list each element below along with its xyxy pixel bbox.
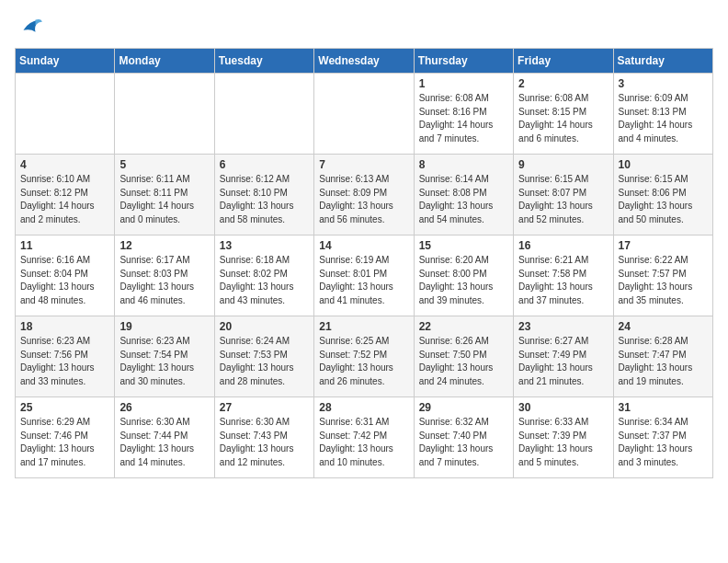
day-number: 9: [518, 158, 608, 171]
calendar-cell: 22Sunrise: 6:26 AM Sunset: 7:50 PM Dayli…: [414, 316, 513, 397]
day-number: 22: [419, 320, 508, 333]
day-number: 13: [220, 239, 309, 252]
calendar-cell: 30Sunrise: 6:33 AM Sunset: 7:39 PM Dayli…: [514, 397, 613, 478]
day-number: 1: [419, 77, 508, 90]
day-info: Sunrise: 6:28 AM Sunset: 7:47 PM Dayligh…: [619, 335, 708, 388]
day-number: 15: [419, 239, 508, 252]
calendar-cell: 26Sunrise: 6:30 AM Sunset: 7:44 PM Dayli…: [115, 397, 214, 478]
day-info: Sunrise: 6:30 AM Sunset: 7:44 PM Dayligh…: [119, 416, 209, 469]
day-info: Sunrise: 6:08 AM Sunset: 8:15 PM Dayligh…: [518, 92, 608, 145]
calendar-cell: [115, 74, 214, 155]
day-info: Sunrise: 6:16 AM Sunset: 8:04 PM Dayligh…: [20, 254, 109, 307]
day-number: 28: [319, 401, 408, 414]
logo: [15, 15, 42, 40]
day-number: 17: [619, 239, 708, 252]
day-number: 14: [319, 239, 408, 252]
day-number: 8: [419, 158, 508, 171]
day-info: Sunrise: 6:34 AM Sunset: 7:37 PM Dayligh…: [619, 416, 708, 469]
calendar-cell: [16, 74, 115, 155]
day-number: 21: [319, 320, 408, 333]
day-info: Sunrise: 6:11 AM Sunset: 8:11 PM Dayligh…: [119, 173, 209, 226]
day-info: Sunrise: 6:26 AM Sunset: 7:50 PM Dayligh…: [419, 335, 508, 388]
calendar-cell: 7Sunrise: 6:13 AM Sunset: 8:09 PM Daylig…: [314, 155, 414, 236]
day-number: 2: [518, 77, 608, 90]
calendar-cell: 28Sunrise: 6:31 AM Sunset: 7:42 PM Dayli…: [314, 397, 414, 478]
day-number: 19: [119, 320, 209, 333]
page-header: [15, 15, 713, 40]
calendar-week-row: 18Sunrise: 6:23 AM Sunset: 7:56 PM Dayli…: [16, 316, 713, 397]
day-info: Sunrise: 6:27 AM Sunset: 7:49 PM Dayligh…: [518, 335, 608, 388]
calendar-cell: 24Sunrise: 6:28 AM Sunset: 7:47 PM Dayli…: [613, 316, 712, 397]
day-info: Sunrise: 6:23 AM Sunset: 7:54 PM Dayligh…: [119, 335, 209, 388]
day-number: 10: [619, 158, 708, 171]
day-info: Sunrise: 6:21 AM Sunset: 7:58 PM Dayligh…: [518, 254, 608, 307]
day-number: 29: [419, 401, 508, 414]
day-info: Sunrise: 6:24 AM Sunset: 7:53 PM Dayligh…: [220, 335, 309, 388]
day-info: Sunrise: 6:17 AM Sunset: 8:03 PM Dayligh…: [119, 254, 209, 307]
calendar-week-row: 11Sunrise: 6:16 AM Sunset: 8:04 PM Dayli…: [16, 236, 713, 316]
day-number: 3: [619, 77, 708, 90]
day-number: 26: [119, 401, 209, 414]
day-number: 24: [619, 320, 708, 333]
calendar-week-row: 4Sunrise: 6:10 AM Sunset: 8:12 PM Daylig…: [16, 155, 713, 236]
day-info: Sunrise: 6:15 AM Sunset: 8:07 PM Dayligh…: [518, 173, 608, 226]
calendar-cell: [314, 74, 414, 155]
day-number: 23: [518, 320, 608, 333]
calendar-cell: 21Sunrise: 6:25 AM Sunset: 7:52 PM Dayli…: [314, 316, 414, 397]
calendar-cell: [214, 74, 313, 155]
day-info: Sunrise: 6:22 AM Sunset: 7:57 PM Dayligh…: [619, 254, 708, 307]
calendar-cell: 19Sunrise: 6:23 AM Sunset: 7:54 PM Dayli…: [115, 316, 214, 397]
day-number: 11: [20, 239, 109, 252]
day-info: Sunrise: 6:31 AM Sunset: 7:42 PM Dayligh…: [319, 416, 408, 469]
calendar-cell: 25Sunrise: 6:29 AM Sunset: 7:46 PM Dayli…: [16, 397, 115, 478]
calendar-cell: 15Sunrise: 6:20 AM Sunset: 8:00 PM Dayli…: [414, 236, 513, 316]
column-header-wednesday: Wednesday: [314, 49, 414, 74]
day-info: Sunrise: 6:10 AM Sunset: 8:12 PM Dayligh…: [20, 173, 109, 226]
calendar-cell: 4Sunrise: 6:10 AM Sunset: 8:12 PM Daylig…: [16, 155, 115, 236]
calendar-header-row: SundayMondayTuesdayWednesdayThursdayFrid…: [16, 49, 713, 74]
calendar-cell: 1Sunrise: 6:08 AM Sunset: 8:16 PM Daylig…: [414, 74, 513, 155]
day-info: Sunrise: 6:15 AM Sunset: 8:06 PM Dayligh…: [619, 173, 708, 226]
calendar-cell: 14Sunrise: 6:19 AM Sunset: 8:01 PM Dayli…: [314, 236, 414, 316]
day-info: Sunrise: 6:13 AM Sunset: 8:09 PM Dayligh…: [319, 173, 408, 226]
day-info: Sunrise: 6:20 AM Sunset: 8:00 PM Dayligh…: [419, 254, 508, 307]
day-info: Sunrise: 6:33 AM Sunset: 7:39 PM Dayligh…: [518, 416, 608, 469]
day-number: 7: [319, 158, 408, 171]
day-info: Sunrise: 6:23 AM Sunset: 7:56 PM Dayligh…: [20, 335, 109, 388]
day-number: 16: [518, 239, 608, 252]
day-number: 4: [20, 158, 109, 171]
calendar-cell: 3Sunrise: 6:09 AM Sunset: 8:13 PM Daylig…: [613, 74, 712, 155]
logo-bird-icon: [17, 15, 42, 40]
day-info: Sunrise: 6:29 AM Sunset: 7:46 PM Dayligh…: [20, 416, 109, 469]
day-info: Sunrise: 6:30 AM Sunset: 7:43 PM Dayligh…: [220, 416, 309, 469]
day-number: 5: [119, 158, 209, 171]
calendar-cell: 17Sunrise: 6:22 AM Sunset: 7:57 PM Dayli…: [613, 236, 712, 316]
calendar-week-row: 25Sunrise: 6:29 AM Sunset: 7:46 PM Dayli…: [16, 397, 713, 478]
day-info: Sunrise: 6:12 AM Sunset: 8:10 PM Dayligh…: [220, 173, 309, 226]
calendar-cell: 9Sunrise: 6:15 AM Sunset: 8:07 PM Daylig…: [514, 155, 613, 236]
calendar-cell: 18Sunrise: 6:23 AM Sunset: 7:56 PM Dayli…: [16, 316, 115, 397]
day-info: Sunrise: 6:09 AM Sunset: 8:13 PM Dayligh…: [619, 92, 708, 145]
calendar-cell: 8Sunrise: 6:14 AM Sunset: 8:08 PM Daylig…: [414, 155, 513, 236]
calendar-cell: 23Sunrise: 6:27 AM Sunset: 7:49 PM Dayli…: [514, 316, 613, 397]
calendar-week-row: 1Sunrise: 6:08 AM Sunset: 8:16 PM Daylig…: [16, 74, 713, 155]
day-info: Sunrise: 6:25 AM Sunset: 7:52 PM Dayligh…: [319, 335, 408, 388]
day-info: Sunrise: 6:14 AM Sunset: 8:08 PM Dayligh…: [419, 173, 508, 226]
calendar-cell: 12Sunrise: 6:17 AM Sunset: 8:03 PM Dayli…: [115, 236, 214, 316]
calendar-cell: 29Sunrise: 6:32 AM Sunset: 7:40 PM Dayli…: [414, 397, 513, 478]
day-number: 31: [619, 401, 708, 414]
calendar-cell: 11Sunrise: 6:16 AM Sunset: 8:04 PM Dayli…: [16, 236, 115, 316]
calendar-cell: 20Sunrise: 6:24 AM Sunset: 7:53 PM Dayli…: [214, 316, 313, 397]
day-info: Sunrise: 6:08 AM Sunset: 8:16 PM Dayligh…: [419, 92, 508, 145]
calendar-cell: 31Sunrise: 6:34 AM Sunset: 7:37 PM Dayli…: [613, 397, 712, 478]
calendar-cell: 13Sunrise: 6:18 AM Sunset: 8:02 PM Dayli…: [214, 236, 313, 316]
day-number: 20: [220, 320, 309, 333]
day-number: 18: [20, 320, 109, 333]
day-info: Sunrise: 6:19 AM Sunset: 8:01 PM Dayligh…: [319, 254, 408, 307]
column-header-tuesday: Tuesday: [214, 49, 313, 74]
calendar-cell: 6Sunrise: 6:12 AM Sunset: 8:10 PM Daylig…: [214, 155, 313, 236]
day-number: 6: [220, 158, 309, 171]
calendar-cell: 10Sunrise: 6:15 AM Sunset: 8:06 PM Dayli…: [613, 155, 712, 236]
column-header-monday: Monday: [115, 49, 214, 74]
calendar-table: SundayMondayTuesdayWednesdayThursdayFrid…: [15, 48, 713, 478]
